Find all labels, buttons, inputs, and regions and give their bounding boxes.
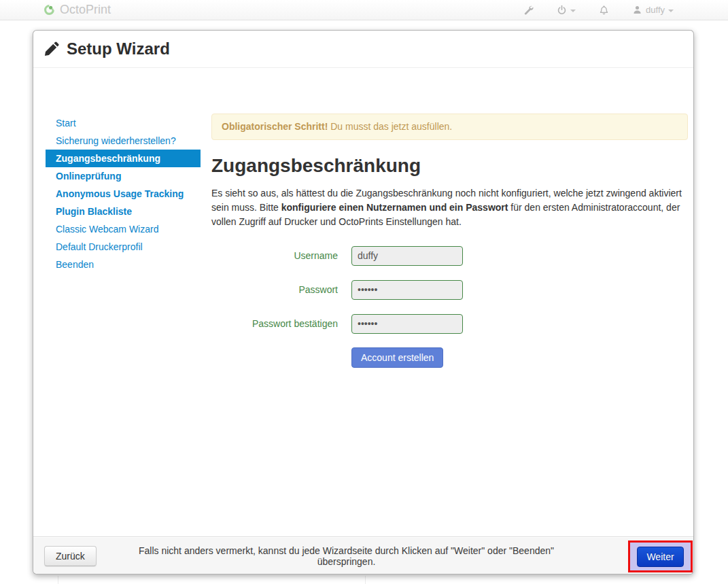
- user-menu[interactable]: duffy: [632, 5, 674, 15]
- step-online-check[interactable]: Onlineprüfung: [46, 167, 201, 185]
- power-menu[interactable]: [557, 5, 576, 15]
- modal-footer: Zurück Falls nicht anders vermerkt, kann…: [33, 536, 693, 574]
- wrench-icon: [523, 5, 534, 15]
- step-webcam-wizard[interactable]: Classic Webcam Wizard: [46, 220, 201, 238]
- step-heading: Zugangsbeschränkung: [211, 154, 688, 177]
- bell-icon: [599, 5, 609, 16]
- description-bold: konfiguriere einen Nutzernamen und ein P…: [281, 202, 508, 213]
- settings-menu[interactable]: [523, 5, 534, 15]
- confirm-password-label: Passwort bestätigen: [211, 318, 351, 329]
- skip-note: Falls nicht anders vermerkt, kannst du j…: [115, 537, 578, 574]
- power-icon: [557, 5, 567, 15]
- username-label: Username: [211, 250, 351, 261]
- password-row: Passwort: [211, 279, 688, 300]
- background-divider: [365, 576, 366, 584]
- username-input[interactable]: [351, 246, 463, 266]
- step-usage-tracking[interactable]: Anonymous Usage Tracking: [46, 185, 201, 203]
- username-row: Username: [211, 245, 688, 266]
- alert-text: Du musst das jetzt ausfüllen.: [328, 121, 452, 132]
- step-restore-backup[interactable]: Sicherung wiederherstellen?: [46, 132, 201, 150]
- create-account-button[interactable]: Account erstellen: [351, 347, 443, 368]
- back-button[interactable]: Zurück: [44, 546, 97, 566]
- caret-down-icon: [668, 10, 674, 12]
- submit-row: Account erstellen: [211, 347, 688, 368]
- modal-header: Setup Wizard: [33, 31, 693, 68]
- notifications[interactable]: [599, 5, 609, 16]
- step-default-printer-profile[interactable]: Default Druckerprofil: [46, 238, 201, 256]
- step-access-control[interactable]: Zugangsbeschränkung: [46, 150, 201, 167]
- confirm-password-row: Passwort bestätigen: [211, 313, 688, 334]
- step-start[interactable]: Start: [46, 114, 201, 132]
- navbar-inner: OctoPrint: [0, 3, 728, 17]
- step-finish[interactable]: Beenden: [46, 256, 201, 273]
- user-name-label: duffy: [646, 5, 665, 15]
- modal-body: Start Sicherung wiederherstellen? Zugang…: [33, 68, 693, 537]
- modal-title: Setup Wizard: [44, 39, 170, 58]
- step-plugin-blacklist[interactable]: Plugin Blackliste: [46, 203, 201, 220]
- step-description: Es sieht so aus, als hättest du die Zuga…: [211, 186, 688, 229]
- brand-title: OctoPrint: [60, 3, 111, 17]
- alert-strong-text: Obligatorischer Schritt!: [222, 121, 328, 132]
- modal-title-text: Setup Wizard: [67, 39, 170, 58]
- wizard-steps-nav: Start Sicherung wiederherstellen? Zugang…: [46, 114, 201, 273]
- background-divider: [58, 576, 58, 584]
- user-icon: [632, 5, 642, 15]
- password-input[interactable]: [351, 280, 463, 300]
- next-button[interactable]: Weiter: [637, 547, 683, 567]
- caret-down-icon: [570, 10, 576, 12]
- mandatory-step-alert: Obligatorischer Schritt! Du musst das je…: [211, 114, 688, 140]
- setup-wizard-modal: Setup Wizard Start Sicherung wiederherst…: [33, 30, 694, 574]
- confirm-password-input[interactable]: [351, 314, 463, 334]
- password-label: Passwort: [211, 284, 351, 295]
- octoprint-logo-icon: [44, 4, 55, 16]
- navbar-actions: duffy: [523, 5, 674, 16]
- click-target-highlight: Weiter: [628, 540, 693, 572]
- pencil-icon: [44, 41, 60, 57]
- octoprint-brand[interactable]: OctoPrint: [44, 3, 111, 17]
- wizard-step-content: Obligatorischer Schritt! Du musst das je…: [211, 114, 688, 368]
- access-control-form: Username Passwort Passwort bestätigen Ac…: [211, 245, 688, 368]
- top-navbar: OctoPrint: [0, 0, 728, 20]
